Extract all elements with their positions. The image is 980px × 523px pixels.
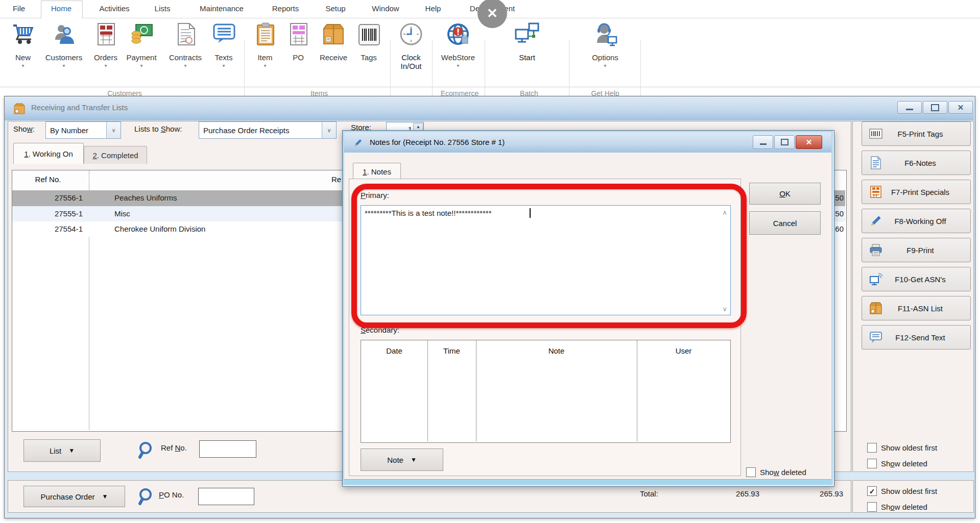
- col-time: Time: [427, 346, 476, 355]
- ribbon-button-tags[interactable]: Tags: [344, 21, 393, 62]
- modal-title: Notes for (Receipt No. 27556 Store # 1): [370, 138, 505, 146]
- show-deleted-checkbox[interactable]: Show deleted: [867, 459, 927, 468]
- col-user: User: [637, 346, 730, 355]
- f9-print-button[interactable]: F9-Print: [862, 238, 971, 262]
- cart-icon: [12, 22, 35, 46]
- modal-titlebar: Notes for (Receipt No. 27556 Store # 1) …: [344, 132, 831, 153]
- dropdown-caret-icon: ▾: [581, 63, 630, 68]
- caret-down-icon: ▼: [102, 493, 108, 500]
- cancel-button[interactable]: Cancel: [749, 211, 821, 235]
- checkbox-box[interactable]: [867, 459, 877, 468]
- caret-down-icon: ▼: [411, 456, 417, 463]
- ref-no-input[interactable]: [199, 440, 256, 458]
- search-icon: [137, 440, 156, 460]
- modal-minimize-button[interactable]: [753, 135, 773, 149]
- secondary-notes-table: Date Time Note User: [361, 340, 731, 443]
- menu-help[interactable]: Help: [425, 4, 441, 13]
- menu-lists[interactable]: Lists: [155, 4, 171, 13]
- ribbon-button-payment[interactable]: Payment ▾: [117, 21, 166, 68]
- tab-completed[interactable]: 2. Completed: [84, 146, 147, 164]
- total-value-1: 265.93: [708, 489, 759, 498]
- f7-print-specials-button[interactable]: F7-Print Specials: [862, 180, 971, 204]
- col-partial-header[interactable]: Re: [331, 175, 341, 184]
- show-oldest-first-checkbox-2[interactable]: ✓ Show oldest first: [867, 486, 937, 496]
- menu-window[interactable]: Window: [372, 4, 399, 13]
- check-icon: ✓: [869, 487, 875, 495]
- lists-to-show-label: Lists to Show:: [134, 124, 182, 133]
- window-titlebar: Receiving and Transfer Lists ✕: [5, 96, 974, 120]
- monitor-signal-icon: [869, 272, 882, 286]
- chevron-down-icon: ∨: [106, 122, 121, 138]
- search-icon: [137, 487, 156, 506]
- modal-maximize-button[interactable]: [774, 135, 795, 149]
- window-maximize-button[interactable]: [923, 101, 947, 114]
- menu-file[interactable]: File: [13, 4, 25, 13]
- texts-icon: [213, 23, 235, 46]
- menu-setup[interactable]: Setup: [325, 4, 345, 13]
- ok-button[interactable]: OK: [749, 183, 821, 205]
- caret-down-icon: ▼: [68, 447, 75, 454]
- purchase-order-button[interactable]: Purchase Order▼: [23, 486, 125, 507]
- menu-activities[interactable]: Activities: [99, 4, 129, 13]
- notes-document-icon: [869, 156, 882, 169]
- box-icon: [869, 302, 882, 315]
- col-note: Note: [476, 346, 637, 355]
- ribbon-button-webstore[interactable]: WebStore ▾: [434, 21, 483, 68]
- window-title: Receiving and Transfer Lists: [31, 103, 128, 112]
- show-deleted-checkbox-2[interactable]: Show deleted: [867, 502, 927, 512]
- f5-print-tags-button[interactable]: F5-Print Tags: [862, 121, 971, 146]
- f10-get-asns-button[interactable]: F10-Get ASN's: [862, 267, 971, 291]
- window-close-button[interactable]: ✕: [948, 101, 973, 114]
- checkbox-box[interactable]: [746, 467, 756, 477]
- menu-reports[interactable]: Reports: [272, 4, 299, 13]
- chevron-down-icon: ∨: [322, 122, 336, 138]
- f8-working-off-button[interactable]: F8-Working Off: [862, 209, 971, 233]
- payment-icon: [130, 22, 154, 46]
- checkbox-box[interactable]: [867, 443, 877, 453]
- webstore-globe-icon: [446, 22, 471, 47]
- dropdown-caret-icon: ▾: [241, 63, 290, 68]
- ribbon-button-clock[interactable]: Clock In/Out: [395, 21, 427, 70]
- close-icon: ✕: [487, 6, 498, 21]
- po-icon: [290, 22, 308, 46]
- ribbon-button-options[interactable]: Options ▾: [581, 21, 630, 68]
- batch-computers-icon: [514, 22, 540, 47]
- modal-tab-notes[interactable]: 1. Notes: [353, 163, 401, 180]
- show-combo[interactable]: By Number∨: [45, 121, 121, 139]
- show-label: Show:: [13, 124, 35, 133]
- menu-maintenance[interactable]: Maintenance: [200, 4, 244, 13]
- f6-notes-button[interactable]: F6-Notes: [862, 151, 971, 175]
- dropdown-caret-icon: ▾: [434, 63, 483, 68]
- window-icon: [14, 103, 25, 114]
- receive-icon: [322, 23, 345, 46]
- clock-icon: [399, 22, 423, 46]
- po-no-label: PO No.: [159, 490, 184, 499]
- customers-icon: [53, 22, 76, 46]
- tab-working-on[interactable]: 1. Working On: [13, 143, 84, 164]
- contracts-icon: [176, 22, 196, 46]
- list-button[interactable]: List▼: [23, 439, 101, 462]
- menu-home[interactable]: Home: [51, 4, 71, 13]
- app-root: { "icons":{"caret_small":"▾","caret_down…: [0, 0, 980, 523]
- col-ref-no[interactable]: Ref No.: [12, 175, 84, 184]
- window-minimize-button[interactable]: [897, 101, 922, 114]
- ref-no-label: Ref No.: [161, 443, 187, 452]
- po-no-input[interactable]: [198, 488, 254, 505]
- col-date: Date: [361, 346, 427, 355]
- checkbox-checked-box[interactable]: ✓: [867, 486, 877, 496]
- checkbox-box[interactable]: [867, 502, 877, 512]
- annotation-highlight: [351, 184, 747, 328]
- chat-bubble-icon: [869, 331, 882, 344]
- f11-asn-list-button[interactable]: F11-ASN List: [862, 296, 971, 320]
- modal-close-button[interactable]: ✕: [796, 135, 822, 149]
- f12-send-text-button[interactable]: F12-Send Text: [862, 325, 971, 350]
- modal-show-deleted-checkbox[interactable]: Show deleted: [746, 467, 806, 477]
- orders-icon: [97, 22, 115, 46]
- ribbon-button-start[interactable]: Start: [501, 21, 553, 62]
- note-dropdown-button[interactable]: Note▼: [361, 449, 443, 471]
- barcode-icon: [869, 127, 882, 140]
- show-oldest-first-checkbox[interactable]: Show oldest first: [867, 443, 937, 453]
- pencil-icon: [353, 137, 364, 147]
- lists-to-show-combo[interactable]: Purchase Order Receipts∨: [199, 121, 337, 139]
- ribbon: New ▾ Customers ▾ Orders ▾ Payment ▾ Con…: [0, 18, 980, 87]
